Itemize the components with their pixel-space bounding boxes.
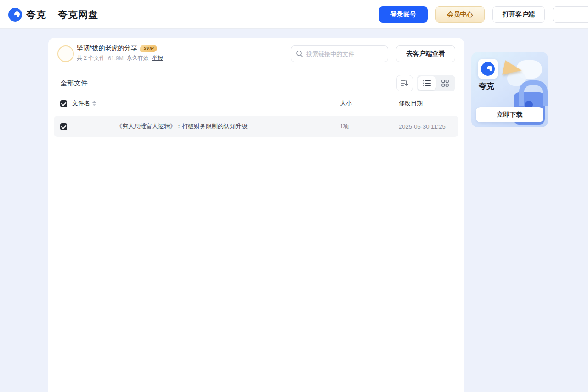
grid-view-button[interactable] (436, 76, 454, 90)
list-view-icon (423, 80, 431, 86)
search-box[interactable] (291, 45, 388, 62)
download-now-button[interactable]: 立即下载 (476, 107, 543, 122)
table-divider (48, 114, 464, 114)
share-file-count: 共 2 个文件 (77, 54, 105, 62)
row-checkbox[interactable] (60, 123, 67, 130)
file-size: 1项 (340, 123, 399, 131)
empty-header-button[interactable] (553, 6, 588, 23)
product-name: 夸克网盘 (58, 8, 98, 21)
search-input[interactable] (306, 51, 383, 57)
open-client-button[interactable]: 打开客户端 (492, 6, 545, 23)
share-main-panel: 坚韧*拔的老虎的分享 SVIP 共 2 个文件 61.9M 永久有效 举报 去客… (48, 38, 464, 392)
svip-badge: SVIP (140, 45, 157, 52)
file-modified-date: 2025-06-30 11:25 (399, 123, 452, 130)
share-meta: 共 2 个文件 61.9M 永久有效 举报 (77, 54, 163, 62)
column-header-modified: 修改日期 (399, 99, 452, 108)
report-link[interactable]: 举报 (152, 54, 163, 62)
promo-app-name: 夸克 (479, 81, 494, 91)
brand-name: 夸克 (26, 8, 46, 21)
paper-plane-decoration (502, 60, 523, 79)
search-icon (296, 50, 303, 57)
select-all-checkbox[interactable] (60, 100, 67, 107)
top-header: 夸克 夸克网盘 登录账号 会员中心 打开客户端 (0, 0, 588, 29)
file-row[interactable]: 《穷人思维富人逻辑》：打破财务限制的认知升级 1项 2025-06-30 11:… (54, 116, 458, 137)
member-center-button[interactable]: 会员中心 (435, 6, 485, 23)
file-list-toolbar: 全部文件 (48, 70, 464, 96)
share-title: 坚韧*拔的老虎的分享 (77, 44, 137, 52)
view-mode-toggle (417, 75, 455, 91)
share-validity: 永久有效 (127, 54, 149, 62)
view-in-client-button[interactable]: 去客户端查看 (396, 45, 455, 62)
sort-order-button[interactable] (396, 75, 413, 91)
app-download-card[interactable]: 夸克 立即下载 (471, 52, 548, 127)
section-title: 全部文件 (60, 79, 88, 88)
column-header-name[interactable]: 文件名 (72, 99, 340, 108)
grid-view-icon (441, 80, 449, 87)
sharer-avatar (57, 45, 74, 62)
logo-divider (52, 11, 52, 19)
quark-logo-icon (481, 62, 495, 76)
quark-app-icon (478, 59, 498, 79)
list-view-button[interactable] (418, 76, 436, 90)
brand-logo[interactable]: 夸克 夸克网盘 (8, 0, 98, 29)
login-button[interactable]: 登录账号 (379, 6, 428, 23)
file-name[interactable]: 《穷人思维富人逻辑》：打破财务限制的认知升级 (72, 122, 340, 131)
file-table-header: 文件名 大小 修改日期 (48, 96, 464, 111)
share-total-size: 61.9M (108, 55, 123, 62)
sort-arrows-icon (92, 101, 96, 106)
share-info-header: 坚韧*拔的老虎的分享 SVIP 共 2 个文件 61.9M 永久有效 举报 去客… (48, 38, 464, 70)
sort-order-icon (401, 80, 409, 87)
quark-logo-icon (8, 8, 22, 22)
column-header-size: 大小 (340, 99, 399, 108)
